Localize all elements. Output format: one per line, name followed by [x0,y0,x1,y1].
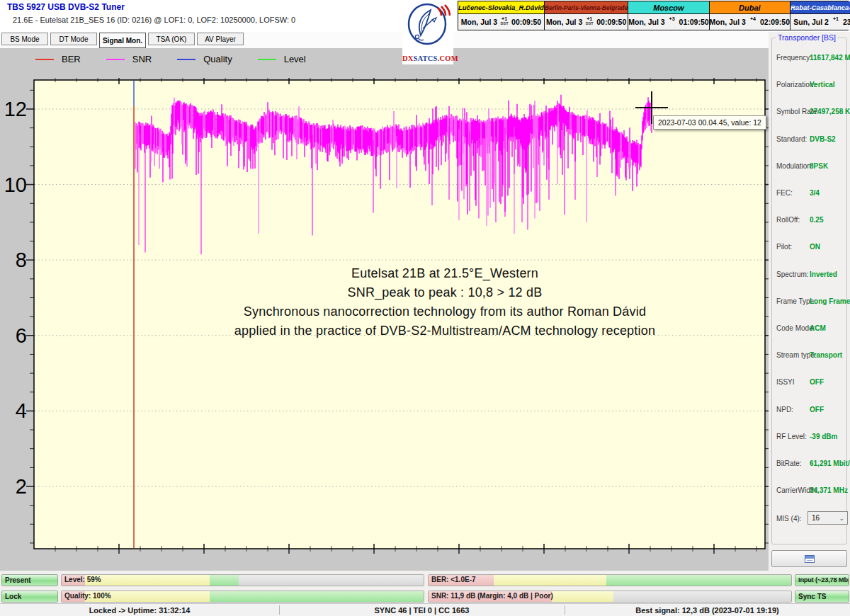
field-label: Modulation: [776,162,813,170]
field-value: OFF [810,378,824,386]
status-best-signal: Best signal: 12,3 dB (2023-07-01 19:19) [565,604,850,616]
clock-hms: 02:09:50 [760,18,790,26]
tab-tsa[interactable]: TSA (OK) [148,33,195,45]
app-title: TBS 5927 USB DVB-S2 Tuner [7,2,125,12]
input-badge: Input (~23,78 Mbps) [795,574,849,586]
clock-date: Sun, Jul 2 [793,18,829,26]
field-value: ON [810,243,820,251]
chevron-down-icon: ⌄ [839,513,844,525]
clock-hms: 00:09:50 [596,18,626,26]
y-tick-label: 10 [0,173,27,197]
clock-utc-offset: +1 [831,16,841,28]
annotation-line-1: Eutelsat 21B at 21.5°E_Western [91,264,799,283]
field-value: -39 dBm [810,433,837,440]
lock-badge: Lock [1,591,58,603]
present-badge: Present [1,574,58,586]
clock-time: Mon, Jul 3+1DST00:09:50 [545,14,628,30]
clock-lucenec: Lučenec-Slovakia_R.DávidMon, Jul 3+1DST0… [458,1,544,30]
transponder-row: Symbol Rate:27497,258 KS/s [772,108,846,119]
chart-annotation: Eutelsat 21B at 21.5°E_Western SNR_peak … [91,264,799,341]
bar-segment [494,575,606,586]
window-list-icon [805,555,815,563]
mis-select[interactable]: 16 ⌄ [808,511,848,525]
clock-date: Mon, Jul 3 [628,18,664,26]
field-value: 3/4 [810,189,820,197]
clock-city-label: Dubai [710,1,790,14]
mis-row: MIS (4): 16 ⌄ [772,511,846,527]
logo-dx: DX [402,55,414,62]
tab-signal-mon[interactable]: Signal Mon. [99,33,146,48]
transponder-row: FEC:3/4 [772,189,846,200]
logo-satcs: SATCS [414,55,438,62]
chart-tooltip: 2023-07-03 00.04.45, value: 12 [653,115,766,130]
bar-label: Quality: 100% [64,592,111,600]
bar-segment [239,575,424,586]
clock-city-label: Rabat-Casablanca-London [790,1,850,14]
field-value: Vertical [810,81,835,89]
field-label: Frequency: [776,54,812,62]
annotation-line-3: Synchronous nanocorrection technology fr… [91,302,799,321]
transponder-row: Standard:DVB-S2 [772,135,846,147]
tab-dt-mode[interactable]: DT Mode [50,33,97,45]
transponder-row: BitRate:61,291 Mbit/s [772,460,846,471]
clock-utc-offset: +4 [748,16,758,28]
status-uptime: Locked -> Uptime: 31:32:14 [0,604,279,616]
bar-segment [552,591,613,602]
logo-text: DXSATCS.COM [402,55,453,62]
clock-time: Mon, Jul 3+1DST00:09:50 [458,14,544,30]
transponder-row: Frequency:11617,842 MHz [772,54,846,65]
world-clocks: Lučenec-Slovakia_R.DávidMon, Jul 3+1DST0… [458,1,849,30]
clock-utc-offset: +3 [667,16,677,28]
field-label: Pilot: [776,243,792,251]
satellite-dish-icon [405,1,450,48]
dxsatcs-logo: DXSATCS.COM [402,0,453,64]
clock-time: Sun, Jul 2+123:09:50 [790,14,850,30]
bar-segment [606,575,791,586]
field-value: 0.25 [810,216,823,224]
tuner-subtitle: 21.6E - Eutelsat 21B_SES 16 (ID: 0216) @… [13,16,295,24]
clock-city-label: Berlin-Paris-Vienna-Belgrade [545,1,628,14]
field-label: RollOff: [776,216,800,224]
field-label: RF Level: [776,433,807,440]
clock-date: Mon, Jul 3 [710,18,746,26]
status-bar: Locked -> Uptime: 31:32:14 SYNC 46 | TEI… [0,603,850,616]
field-value: 34,371 MHz [810,486,848,494]
field-value: 27497,258 KS/s [810,108,850,115]
annotation-line-2: SNR_peak to peak : 10,8 > 12 dB [91,283,799,302]
bar-label: BER: <1.0E-7 [431,576,476,583]
mis-label: MIS (4): [776,515,802,523]
clock-rabat: Rabat-Casablanca-LondonSun, Jul 2+123:09… [790,1,850,30]
field-value: OFF [810,406,824,413]
clock-utc-offset: +1DST [499,16,509,28]
clock-moscow: MoscowMon, Jul 3+301:09:50 [628,1,708,30]
clock-time: Mon, Jul 3+402:09:50 [710,14,790,30]
clock-hms: 00:09:50 [511,18,541,26]
transponder-row: Polarization:Vertical [772,81,846,92]
y-tick-label: 8 [0,248,27,272]
tab-av-player[interactable]: AV Player [197,33,244,45]
y-tick-label: 2 [0,474,27,498]
snr-bar: SNR: 11,9 dB (Margin: 4,0 dB | Poor) [428,591,792,603]
field-value: ACM [810,324,826,332]
clock-city-label: Moscow [628,1,708,14]
clock-city-label: Lučenec-Slovakia_R.Dávid [458,1,544,14]
field-value: Inverted [810,270,837,278]
bar-label: SNR: 11,9 dB (Margin: 4,0 dB | Poor) [431,592,553,600]
transponder-row: Stream type:Transport [772,351,846,363]
tab-bs-mode[interactable]: BS Mode [1,33,48,45]
field-label: Standard: [776,135,807,143]
transponder-row: CarrierWidth:34,371 MHz [772,486,846,498]
status-sync: SYNC 46 | TEI 0 | CC 1663 [279,604,565,616]
field-value: 11617,842 MHz [810,54,850,62]
mode-tabbar: BS Mode DT Mode Signal Mon. TSA (OK) AV … [0,32,769,48]
clock-time: Mon, Jul 3+301:09:50 [628,14,708,30]
bar-segment [613,591,791,602]
clock-dubai: DubaiMon, Jul 3+402:09:50 [710,1,790,30]
panel-button[interactable] [771,550,847,567]
sync-ts-badge: Sync TS [795,591,849,603]
field-value: Long Frame [810,297,850,305]
transponder-row: ISSYIOFF [772,378,846,389]
clock-hms: 23:09:50 [843,18,850,26]
bar-label: Level: 59% [64,576,101,583]
transponder-row: Modulation:8PSK [772,162,846,173]
